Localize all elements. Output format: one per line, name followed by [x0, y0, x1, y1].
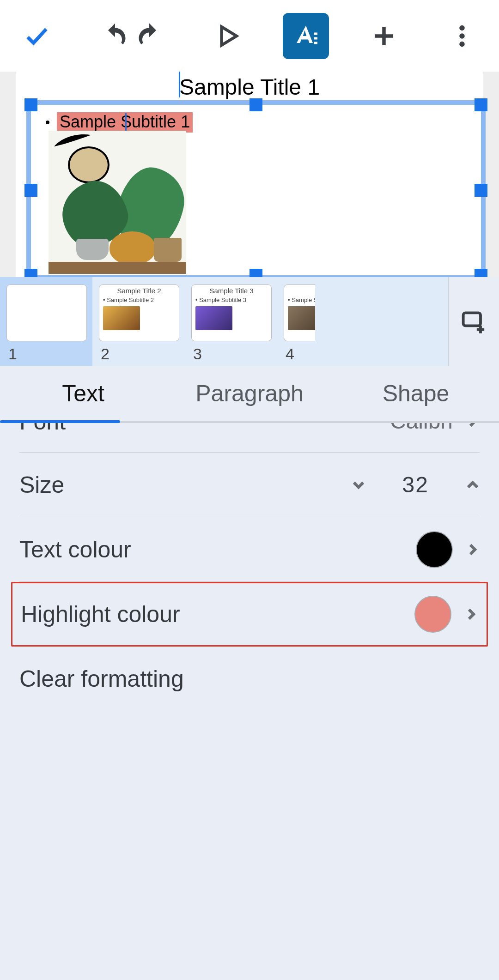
- size-increase-button[interactable]: [466, 478, 480, 492]
- present-button[interactable]: [204, 13, 250, 59]
- svg-rect-6: [463, 313, 480, 326]
- format-panel[interactable]: Font Calibri Size 32 Text colour Highlig…: [0, 423, 499, 980]
- resize-handle-t[interactable]: [250, 98, 262, 111]
- thumbnail-strip[interactable]: 1 Sample Title 2 • Sample Subtitle 2 2 S…: [0, 277, 499, 366]
- tab-text[interactable]: Text: [0, 380, 166, 407]
- text-colour-swatch: [416, 531, 453, 568]
- highlight-colour-swatch: [414, 596, 451, 633]
- chevron-right-icon: [466, 543, 480, 557]
- insert-button[interactable]: [361, 13, 407, 59]
- bullet-icon: [46, 121, 49, 124]
- play-icon: [213, 22, 241, 50]
- confirm-button[interactable]: [14, 13, 60, 59]
- format-tabs: Text Paragraph Shape: [0, 366, 499, 423]
- size-label: Size: [19, 472, 64, 498]
- size-decrease-button[interactable]: [352, 478, 365, 492]
- check-icon: [23, 22, 51, 50]
- option-clear-formatting[interactable]: Clear formatting: [19, 647, 480, 711]
- add-slide-icon: [461, 309, 487, 334]
- resize-handle-tl[interactable]: [24, 98, 37, 111]
- undo-icon: [101, 22, 129, 50]
- plus-icon: [370, 22, 398, 50]
- text-cursor: [125, 113, 127, 133]
- thumbnail-1[interactable]: 1: [0, 277, 92, 366]
- thumbnail-4[interactable]: S • Sample Subtitl 4: [277, 277, 315, 366]
- chevron-right-icon: [466, 423, 480, 428]
- text-colour-label: Text colour: [19, 536, 131, 563]
- more-button[interactable]: [439, 13, 485, 59]
- thumbnail-number: 1: [6, 345, 87, 363]
- option-text-colour[interactable]: Text colour: [19, 517, 480, 582]
- tab-shape[interactable]: Shape: [333, 380, 499, 407]
- top-toolbar: [0, 0, 499, 72]
- resize-handle-l[interactable]: [24, 184, 37, 197]
- undo-redo-group: [92, 13, 172, 59]
- option-size[interactable]: Size 32: [19, 453, 480, 517]
- font-label: Font: [19, 423, 66, 435]
- resize-handle-tr[interactable]: [475, 98, 487, 111]
- text-cursor: [179, 72, 180, 97]
- slide-title[interactable]: Sample Title 1: [16, 74, 483, 100]
- text-format-button[interactable]: [283, 13, 329, 59]
- clear-formatting-label: Clear formatting: [19, 665, 184, 692]
- option-highlight-colour[interactable]: Highlight colour: [11, 582, 488, 647]
- svg-point-3: [459, 25, 465, 30]
- slide-subtitle[interactable]: Sample Subtitle 1: [57, 112, 193, 133]
- resize-handle-r[interactable]: [475, 184, 487, 197]
- slide-canvas[interactable]: Sample Title 1 Sample Subtitle 1: [0, 72, 499, 277]
- text-format-icon: [292, 22, 320, 50]
- thumbnail-2[interactable]: Sample Title 2 • Sample Subtitle 2 2: [92, 277, 185, 366]
- thumbnail-number: 4: [284, 345, 310, 363]
- size-value: 32: [402, 472, 429, 497]
- highlight-colour-label: Highlight colour: [21, 601, 180, 628]
- svg-marker-0: [222, 27, 237, 45]
- thumbnail-3[interactable]: Sample Title 3 • Sample Subtitle 3 3: [185, 277, 277, 366]
- svg-point-5: [459, 41, 465, 47]
- tab-paragraph[interactable]: Paragraph: [166, 380, 333, 407]
- slide-current: Sample Title 1 Sample Subtitle 1: [16, 72, 483, 277]
- option-font[interactable]: Font Calibri: [19, 423, 480, 453]
- slide-title-text: Sample Title 1: [179, 75, 320, 99]
- redo-button[interactable]: [126, 13, 172, 59]
- swoosh-icon: [54, 133, 91, 148]
- thumbnail-number: 2: [99, 345, 179, 363]
- redo-icon: [135, 22, 163, 50]
- slide-image[interactable]: [49, 131, 186, 274]
- svg-point-4: [459, 33, 465, 39]
- font-value: Calibri: [390, 423, 453, 434]
- slide-subtitle-row[interactable]: Sample Subtitle 1: [46, 112, 193, 133]
- more-vert-icon: [448, 22, 476, 50]
- chevron-right-icon: [464, 607, 478, 621]
- thumbnail-number: 3: [191, 345, 272, 363]
- add-slide-button[interactable]: [448, 277, 499, 366]
